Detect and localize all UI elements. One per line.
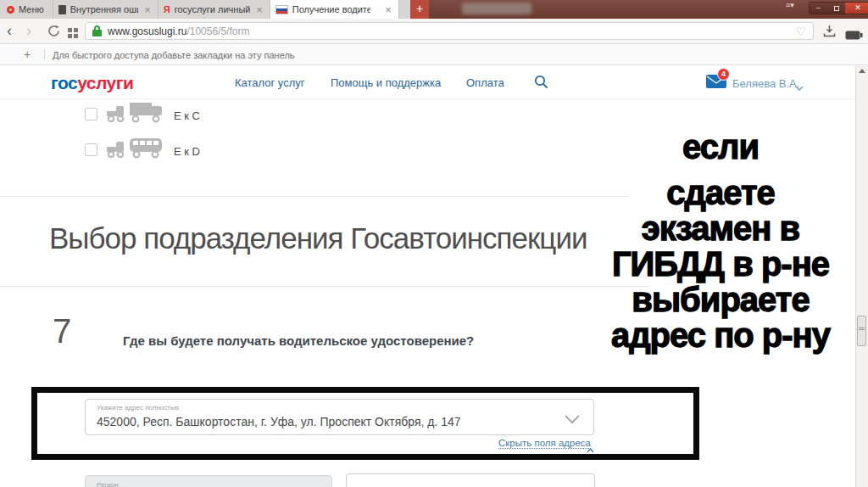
tab-title: Внутренняя ошибка: [70, 4, 138, 14]
tab-close-icon[interactable]: ×: [254, 3, 264, 16]
screen: Меню Внутренняя ошибка × Я госуслуги лич…: [0, 0, 868, 487]
tab-close-icon[interactable]: ×: [142, 3, 153, 16]
battery-icon[interactable]: [845, 28, 863, 43]
add-bookmark-icon[interactable]: +: [24, 48, 31, 61]
address-field-label: Укажите адрес полностью: [97, 404, 179, 411]
tab-gosuslugi-account[interactable]: Я госуслуги личный кабин ×: [159, 0, 270, 19]
bookmarks-divider: [44, 49, 45, 59]
annotation-line: если: [576, 129, 865, 165]
scrollbar-up-icon[interactable]: [859, 69, 865, 73]
notification-badge: 4: [717, 68, 730, 81]
speed-dial-icon[interactable]: [68, 26, 78, 42]
hide-address-fields-link[interactable]: Скрыть поля адреса: [498, 438, 591, 449]
download-icon[interactable]: [823, 25, 836, 41]
page-icon: [58, 5, 66, 14]
question-label: Где вы будете получать водительское удос…: [123, 333, 474, 348]
url-bar[interactable]: www.gosuslugi.ru/10056/5/form ♡: [85, 22, 814, 40]
search-icon[interactable]: [534, 75, 548, 92]
yandex-icon: Я: [164, 4, 170, 14]
address-field-value: 452000, Респ. Башкортостан, г. Уфа, ул. …: [97, 415, 461, 428]
annotation-line: ГИБДД в р-не: [576, 246, 865, 282]
annotation-line: сдаете: [576, 175, 865, 210]
tab-internal-error[interactable]: Внутренняя ошибка ×: [53, 0, 159, 19]
region-field[interactable]: Регион: [85, 475, 332, 487]
maximize-button[interactable]: [827, 3, 845, 14]
region-field-label: Регион: [97, 481, 119, 487]
new-tab-button[interactable]: +: [410, 0, 429, 19]
page-title: Выбор подразделения Госавтоинспекции: [49, 221, 587, 255]
category-label-ec: Е к С: [174, 109, 200, 122]
tab-title: госуслуги личный кабин: [175, 4, 251, 14]
tab-strip: Меню Внутренняя ошибка × Я госуслуги лич…: [0, 0, 429, 19]
address-dropdown[interactable]: Укажите адрес полностью 452000, Респ. Ба…: [85, 399, 594, 435]
opera-menu-button[interactable]: Меню: [0, 0, 53, 19]
opera-menu-label: Меню: [19, 4, 44, 14]
url-path: /10056/5/form: [186, 25, 249, 37]
nav-catalog[interactable]: Каталог услуг: [235, 76, 305, 89]
back-icon[interactable]: ‹: [7, 21, 12, 40]
chevron-down-icon[interactable]: [565, 412, 580, 428]
maximize-icon: [834, 6, 839, 11]
tab-license-form[interactable]: Получение водительског ×: [270, 0, 399, 19]
category-label-ed: Е к D: [174, 145, 200, 158]
section-divider: [0, 196, 629, 197]
nav-support[interactable]: Помощь и поддержка: [331, 76, 441, 89]
opera-logo-icon: [7, 6, 14, 14]
header-divider: [0, 98, 868, 99]
logo-blue-part: гос: [51, 73, 77, 92]
annotation-line: выбираете: [576, 282, 865, 317]
annotation-line: экзамен в: [576, 210, 865, 246]
tab-close-icon[interactable]: ×: [383, 3, 393, 16]
step-number: 7: [53, 312, 71, 350]
url-host: www.gosuslugi.ru: [108, 25, 186, 37]
russia-flag-icon: [275, 5, 288, 14]
chevron-up-icon[interactable]: [587, 441, 594, 456]
gosuslugi-logo[interactable]: госуслуги: [51, 73, 133, 93]
logo-red-part: услуги: [77, 73, 133, 92]
bookmarks-hint: Для быстрого доступа добавьте закладки н…: [53, 50, 295, 60]
chevron-down-icon[interactable]: [795, 79, 804, 94]
censored-title: [462, 3, 531, 14]
user-name[interactable]: Беляева В.А.: [732, 77, 799, 90]
truck-trailer-icon: [105, 100, 166, 129]
annotation-text: если сдаете экзамен в ГИБДД в р-не выбир…: [576, 129, 865, 353]
reload-icon[interactable]: [47, 25, 60, 41]
forward-icon[interactable]: ›: [26, 21, 31, 40]
annotation-line: адрес по р-ну: [576, 317, 865, 353]
close-button[interactable]: ✕: [845, 3, 868, 14]
heart-icon[interactable]: ♡: [795, 25, 806, 38]
tab-menu-icon[interactable]: ≡▾: [783, 3, 797, 7]
nav-payment[interactable]: Оплата: [466, 76, 504, 89]
minimize-button[interactable]: –: [810, 3, 827, 14]
section-divider: [0, 286, 649, 287]
tab-title: Получение водительског: [292, 4, 370, 14]
checkbox-category-ec[interactable]: [85, 108, 97, 120]
checkbox-category-ed[interactable]: [85, 143, 97, 156]
window-controls: – ✕: [809, 2, 868, 14]
truck-bus-icon: [105, 136, 166, 165]
lock-icon: [92, 25, 102, 36]
city-field[interactable]: [346, 473, 595, 487]
